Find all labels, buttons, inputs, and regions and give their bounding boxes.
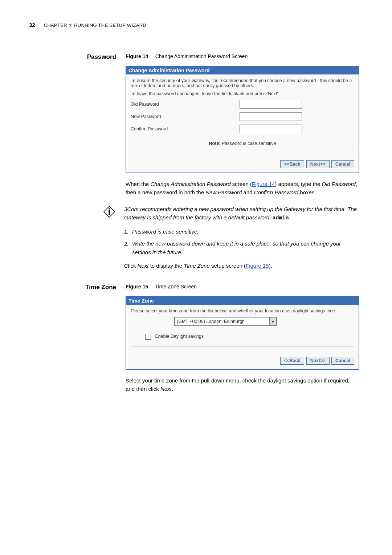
confirm-password-label: Confirm Password (131, 126, 240, 131)
daylight-savings-label: Enable Daylight savings (155, 334, 203, 339)
password-note: Note: Password is case sensitive (131, 141, 354, 146)
confirm-password-input[interactable] (240, 125, 302, 133)
old-password-input[interactable] (240, 100, 302, 109)
figure-caption-14: Figure 14 Change Administration Password… (126, 53, 359, 59)
timezone-selected-value: (GMT +00:00) London, Edinburgh (175, 319, 269, 324)
page-header: 32 CHAPTER 4: RUNNING THE SETUP WIZARD (15, 22, 359, 28)
figure-label: Figure 15 (126, 284, 148, 289)
figure-caption-15: Figure 15 Time Zone Screen (126, 284, 359, 289)
panel-secondary-text: To leave the password unchanged, leave t… (131, 91, 354, 96)
new-password-label: New Password (131, 114, 240, 119)
list-item: Password is case sensitive. (132, 227, 199, 236)
figure-label: Figure 14 (126, 53, 148, 59)
password-closing-paragraph: Click Next to display the Time Zone setu… (124, 262, 359, 270)
panel-title: Change Administration Password (126, 66, 359, 74)
list-item: Write the new password down and keep it … (132, 239, 359, 256)
chevron-down-icon: ▼ (269, 317, 276, 325)
figure-title: Time Zone Screen (155, 284, 197, 289)
note-strong: Note: (209, 141, 221, 146)
chapter-title: CHAPTER 4: RUNNING THE SETUP WIZARD (44, 23, 146, 28)
change-password-panel: Change Administration Password To ensure… (126, 66, 359, 173)
back-button[interactable]: <<Back (280, 357, 304, 365)
next-button[interactable]: Next>> (306, 160, 330, 168)
password-paragraph: When the Change Administration Password … (126, 180, 359, 197)
section-heading-timezone: Time Zone (15, 284, 126, 291)
old-password-label: Old Password (131, 102, 240, 107)
panel-title: Time Zone (126, 297, 359, 305)
figure-14-link[interactable]: Figure 14 (252, 181, 275, 187)
figure-title: Change Administration Password Screen (155, 53, 248, 59)
daylight-savings-checkbox[interactable] (145, 334, 151, 340)
note-text: Password is case sensitive (221, 141, 276, 146)
numbered-list: 1. Password is case sensitive. 2. Write … (124, 227, 359, 256)
cancel-button[interactable]: Cancel (331, 357, 354, 365)
timezone-closing-paragraph: Select your time zone from the pull-down… (126, 376, 359, 393)
timezone-select[interactable]: (GMT +00:00) London, Edinburgh ▼ (174, 317, 277, 326)
cancel-button[interactable]: Cancel (331, 160, 354, 168)
info-paragraph: 3Com recommends entering a new password … (124, 205, 359, 223)
figure-15-link[interactable]: Figure 15 (246, 263, 269, 269)
page-number: 32 (29, 22, 35, 28)
back-button[interactable]: <<Back (280, 160, 304, 168)
panel-intro-text: To ensure the security of your Gateway, … (131, 78, 354, 88)
info-icon (102, 205, 116, 219)
timezone-panel: Time Zone Please select your time zone f… (126, 296, 359, 370)
svg-rect-2 (109, 210, 110, 215)
svg-point-1 (109, 208, 110, 210)
timezone-intro: Please select your time zone from the li… (131, 308, 354, 313)
new-password-input[interactable] (240, 112, 302, 121)
next-button[interactable]: Next>> (306, 357, 330, 365)
section-heading-password: Password (15, 53, 126, 61)
